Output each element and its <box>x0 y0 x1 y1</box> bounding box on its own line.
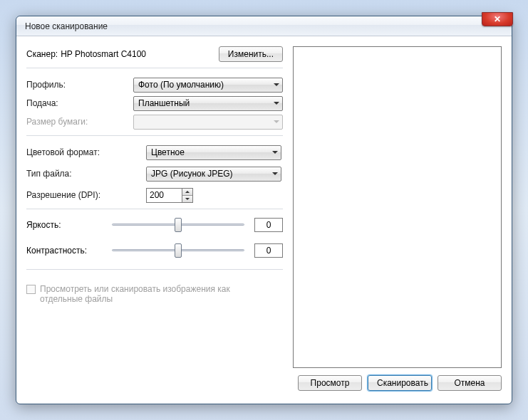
preview-button[interactable]: Просмотр <box>298 375 362 391</box>
titlebar[interactable]: Новое сканирование ✕ <box>16 16 512 36</box>
close-icon: ✕ <box>494 14 501 24</box>
triangle-down-icon <box>185 198 190 200</box>
source-label: Подача: <box>26 98 133 108</box>
chevron-down-icon <box>272 172 278 175</box>
slider-thumb[interactable] <box>175 218 182 232</box>
source-value: Планшетный <box>138 98 190 108</box>
profile-label: Профиль: <box>26 80 133 90</box>
triangle-up-icon <box>185 191 190 193</box>
brightness-label: Яркость: <box>26 220 112 230</box>
settings-panel: Сканер: HP Photosmart C4100 Изменить... … <box>26 46 283 368</box>
cancel-button[interactable]: Отмена <box>438 375 502 391</box>
source-combo[interactable]: Планшетный <box>133 96 283 111</box>
window-title: Новое сканирование <box>25 21 108 31</box>
close-button[interactable]: ✕ <box>482 12 513 26</box>
color-format-label: Цветовой формат: <box>26 147 133 157</box>
contrast-value-input[interactable] <box>254 243 283 258</box>
chevron-down-icon <box>272 151 278 154</box>
separate-files-label: Просмотреть или сканировать изображения … <box>40 284 254 304</box>
chevron-down-icon <box>274 120 279 123</box>
scan-dialog: Новое сканирование ✕ Сканер: HP Photosma… <box>16 16 512 404</box>
spinner-down-button[interactable] <box>182 196 192 202</box>
separate-files-checkbox <box>26 285 36 294</box>
brightness-value-input[interactable] <box>254 218 283 232</box>
chevron-down-icon <box>274 83 279 86</box>
paper-size-label: Размер бумаги: <box>26 117 133 127</box>
slider-thumb[interactable] <box>175 243 182 258</box>
separator <box>26 68 283 68</box>
dialog-footer: Просмотр Сканировать Отмена <box>16 368 512 401</box>
change-scanner-button[interactable]: Изменить... <box>219 46 283 62</box>
resolution-label: Разрешение (DPI): <box>26 190 133 200</box>
resolution-spinner[interactable] <box>146 188 193 203</box>
preview-area <box>293 46 502 368</box>
profile-value: Фото (По умолчанию) <box>138 80 224 90</box>
contrast-slider[interactable] <box>112 243 244 258</box>
scanner-label: Сканер: <box>26 49 58 59</box>
spinner-up-button[interactable] <box>182 189 192 196</box>
separator <box>26 135 283 136</box>
contrast-label: Контрастность: <box>26 246 112 256</box>
profile-combo[interactable]: Фото (По умолчанию) <box>133 78 283 93</box>
brightness-slider[interactable] <box>112 218 244 232</box>
resolution-input[interactable] <box>146 188 182 203</box>
file-type-combo[interactable]: JPG (Рисунок JPEG) <box>146 167 281 182</box>
chevron-down-icon <box>274 102 279 105</box>
scan-button[interactable]: Сканировать <box>368 375 432 391</box>
separator <box>26 269 283 270</box>
separator <box>26 209 283 209</box>
color-format-value: Цветное <box>151 147 185 157</box>
file-type-value: JPG (Рисунок JPEG) <box>151 169 233 179</box>
file-type-label: Тип файла: <box>26 169 133 179</box>
scanner-name: HP Photosmart C4100 <box>61 49 146 59</box>
color-format-combo[interactable]: Цветное <box>146 145 281 160</box>
paper-size-combo <box>133 115 283 130</box>
